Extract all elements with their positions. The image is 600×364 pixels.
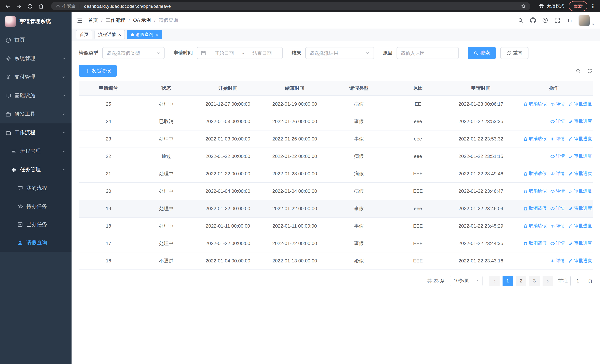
help-icon[interactable]: [542, 18, 548, 23]
search-icon[interactable]: [518, 18, 524, 23]
create-leave-button[interactable]: 发起请假: [79, 65, 117, 77]
cell-end: 2022-01-23 00:00:00: [261, 165, 328, 182]
progress-action-link[interactable]: 审批进度: [569, 136, 592, 142]
close-icon[interactable]: ×: [155, 32, 158, 37]
cancel-action-link[interactable]: 取消请假: [523, 223, 547, 229]
toggle-search-icon[interactable]: [576, 68, 581, 74]
github-icon[interactable]: [530, 18, 536, 23]
sidebar-item-my-processes[interactable]: 我的流程: [0, 179, 72, 197]
progress-action-link[interactable]: 审批进度: [569, 153, 592, 159]
cell-actions: 详情审批进度: [516, 148, 593, 165]
sidebar-item-devtools[interactable]: 研发工具: [0, 105, 72, 123]
detail-action-link[interactable]: 详情: [550, 101, 565, 107]
delete-icon: [523, 137, 528, 141]
reason-input[interactable]: [401, 50, 455, 56]
breadcrumb-separator: /: [154, 18, 155, 23]
leave-type-input[interactable]: [106, 50, 154, 56]
progress-action-link[interactable]: 审批进度: [569, 188, 592, 194]
sidebar-item-leave-query[interactable]: 请假查询: [0, 233, 72, 252]
cancel-action-link[interactable]: 取消请假: [523, 205, 547, 212]
progress-action-link[interactable]: 审批进度: [569, 240, 592, 246]
progress-action-link[interactable]: 审批进度: [569, 205, 592, 212]
breadcrumb-item[interactable]: 工作流程: [106, 17, 125, 24]
cell-type: 事假: [328, 235, 390, 252]
breadcrumb-item[interactable]: OA 示例: [133, 17, 151, 24]
cancel-action-link[interactable]: 取消请假: [523, 101, 547, 107]
detail-action-link[interactable]: 详情: [550, 188, 565, 194]
detail-action-link[interactable]: 详情: [550, 223, 565, 229]
row-actions: 取消请假详情审批进度: [516, 188, 593, 194]
detail-action-link[interactable]: 详情: [550, 118, 565, 125]
end-date-input[interactable]: [245, 50, 279, 56]
sidebar-item-payment[interactable]: 支付管理: [0, 68, 72, 86]
goto-page-input[interactable]: [570, 276, 585, 286]
site-security-indicator[interactable]: 不安全: [56, 3, 75, 9]
progress-action-link[interactable]: 审批进度: [569, 223, 592, 229]
cell-id: 18: [79, 217, 138, 235]
sidebar-item-pending-tasks[interactable]: 待办任务: [0, 197, 72, 215]
tab-leave-query[interactable]: 请假查询 ×: [127, 30, 162, 39]
bookmark-star-icon[interactable]: [521, 3, 526, 9]
cell-status: 通过: [138, 148, 195, 165]
close-icon[interactable]: ×: [118, 32, 121, 37]
browser-reload-button[interactable]: [25, 1, 35, 11]
refresh-icon[interactable]: [587, 68, 593, 74]
browser-menu-icon[interactable]: ⋮: [589, 3, 597, 9]
browser-update-button[interactable]: 更新: [569, 1, 587, 11]
top-navbar: 首页/工作流程/OA 示例/请假查询 TT ▼: [72, 12, 600, 28]
reset-button[interactable]: 重置: [500, 47, 528, 59]
sidebar-item-home[interactable]: 首页: [0, 31, 72, 49]
date-range-picker[interactable]: -: [197, 47, 283, 59]
result-select[interactable]: [305, 47, 374, 59]
action-label: 取消请假: [529, 188, 547, 194]
detail-action-link[interactable]: 详情: [550, 136, 565, 142]
tab-home[interactable]: 首页: [76, 30, 92, 39]
tab-process-detail[interactable]: 流程详情 ×: [94, 30, 125, 39]
sidebar-item-system[interactable]: 系统管理: [0, 49, 72, 68]
detail-action-link[interactable]: 详情: [550, 170, 565, 177]
sidebar-item-task-management[interactable]: 任务管理: [0, 160, 72, 179]
progress-action-link[interactable]: 审批进度: [569, 101, 592, 107]
sidebar-item-done-tasks[interactable]: 已办任务: [0, 215, 72, 233]
cancel-action-link[interactable]: 取消请假: [523, 170, 547, 177]
cell-id: 19: [79, 200, 138, 217]
url-bar[interactable]: 不安全 dashboard.yudao.iocoder.cn/bpm/oa/le…: [51, 2, 530, 10]
page-button-3[interactable]: 3: [529, 276, 540, 286]
detail-action-link[interactable]: 详情: [550, 205, 565, 212]
page-size-select[interactable]: 10条/页: [450, 276, 483, 286]
detail-action-link[interactable]: 详情: [550, 258, 565, 264]
browser-back-button[interactable]: [3, 1, 13, 11]
cancel-action-link[interactable]: 取消请假: [523, 240, 547, 246]
sidebar-item-process-management[interactable]: 流程管理: [0, 142, 72, 160]
sidebar-item-workflow[interactable]: 工作流程: [0, 123, 72, 142]
tab-label: 首页: [80, 31, 89, 38]
cell-reason: eee: [390, 113, 446, 130]
page-button-1[interactable]: 1: [503, 276, 513, 286]
page-button-2[interactable]: 2: [516, 276, 526, 286]
cell-type: 婚假: [328, 252, 390, 270]
result-input[interactable]: [309, 50, 363, 56]
user-menu[interactable]: ▼: [579, 15, 595, 26]
next-page-button[interactable]: ›: [543, 276, 553, 286]
browser-forward-button[interactable]: [14, 1, 24, 11]
browser-home-button[interactable]: [36, 1, 46, 11]
prev-page-button[interactable]: ‹: [489, 276, 500, 286]
fullscreen-icon[interactable]: [555, 18, 561, 23]
breadcrumb-item: 请假查询: [159, 17, 178, 24]
breadcrumb-item[interactable]: 首页: [88, 17, 98, 24]
sidebar-collapse-icon[interactable]: [77, 17, 83, 24]
cancel-action-link[interactable]: 取消请假: [523, 188, 547, 194]
reason-field[interactable]: [396, 47, 459, 59]
detail-action-link[interactable]: 详情: [550, 153, 565, 159]
progress-action-link[interactable]: 审批进度: [569, 118, 592, 125]
detail-action-link[interactable]: 详情: [550, 240, 565, 246]
leave-type-select[interactable]: [102, 47, 165, 59]
refresh-icon: [506, 51, 511, 56]
progress-action-link[interactable]: 审批进度: [569, 170, 592, 177]
font-size-icon[interactable]: TT: [567, 18, 572, 23]
cancel-action-link[interactable]: 取消请假: [523, 136, 547, 142]
progress-action-link[interactable]: 审批进度: [569, 258, 592, 264]
sidebar-item-infrastructure[interactable]: 基础设施: [0, 86, 72, 105]
start-date-input[interactable]: [207, 50, 241, 56]
search-button[interactable]: 搜索: [468, 47, 496, 59]
